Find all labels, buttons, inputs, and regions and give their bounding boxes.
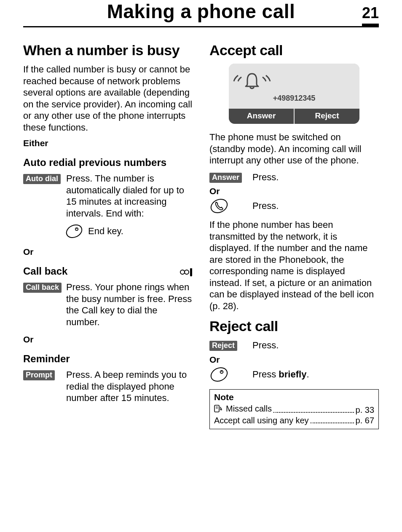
end-key-icon: [209, 365, 229, 384]
note-missed-label: Missed calls: [226, 404, 272, 414]
or-label-1: Or: [23, 247, 193, 257]
heading-auto-redial: Auto redial previous numbers: [23, 157, 193, 168]
reject-press-text: Press.: [252, 340, 379, 351]
page-header: Making a phone call 21: [23, 0, 379, 27]
left-column: When a number is busy If the called numb…: [23, 36, 193, 429]
auto-dial-text: Press. The number is automatically diale…: [66, 173, 193, 219]
network-service-icon: [178, 267, 193, 277]
prompt-row: Prompt Press. A beep reminds you to redi…: [23, 369, 193, 404]
end-key-row: End key.: [23, 222, 193, 240]
note-title: Note: [214, 392, 374, 402]
call-back-heading-text: Call back: [23, 265, 67, 277]
answer-softkey[interactable]: Answer: [209, 173, 242, 183]
call-back-row: Call back Press. Your phone rings when t…: [23, 281, 193, 328]
call-key-press-text: Press.: [252, 200, 379, 212]
svg-point-7: [209, 197, 229, 215]
heading-when-busy: When a number is busy: [23, 42, 193, 59]
heading-accept-call: Accept call: [209, 42, 379, 59]
heading-reject-call: Reject call: [209, 318, 379, 334]
call-back-text: Press. Your phone rings when the busy nu…: [66, 281, 193, 328]
right-column: Accept call +498912345 Answer R: [209, 36, 379, 429]
accept-detail-text: If the phone number has been transmitted…: [209, 219, 379, 312]
call-back-softkey[interactable]: Call back: [23, 283, 62, 293]
bell-ringing-icon: [229, 71, 359, 91]
accept-intro-text: The phone must be switched on (standby m…: [209, 131, 379, 166]
note-anykey-page: p. 67: [356, 416, 374, 425]
svg-point-0: [65, 222, 83, 240]
svg-rect-11: [214, 405, 219, 412]
content-columns: When a number is busy If the called numb…: [23, 36, 379, 429]
note-anykey-label: Accept call using any key: [214, 416, 309, 425]
svg-point-6: [190, 275, 192, 277]
prompt-text: Press. A beep reminds you to redial the …: [66, 369, 193, 404]
answer-row: Answer Press.: [209, 171, 379, 183]
screen-reject-softkey[interactable]: Reject: [294, 109, 359, 124]
note-missed-calls: Missed calls p. 33: [214, 404, 374, 415]
missed-calls-icon: [214, 404, 223, 413]
note-box: Note Missed calls p. 33: [209, 389, 379, 430]
end-key-icon: [65, 222, 83, 240]
call-key-icon: [209, 196, 229, 216]
auto-dial-row: Auto dial Press. The number is automatic…: [23, 173, 193, 219]
heading-call-back: Call back: [23, 265, 193, 277]
heading-reminder: Reminder: [23, 353, 193, 365]
incoming-number: +498912345: [229, 94, 359, 103]
leader-dots: [311, 415, 354, 423]
svg-point-3: [180, 270, 185, 274]
press-briefly: briefly: [279, 369, 306, 380]
phone-screen-top: +498912345: [229, 64, 359, 109]
call-key-row: Press.: [209, 196, 379, 216]
leader-dots: [273, 404, 354, 413]
or-label-2: Or: [23, 334, 193, 345]
press-pre: Press: [252, 369, 279, 380]
auto-dial-softkey[interactable]: Auto dial: [23, 174, 61, 184]
page-title: Making a phone call: [107, 0, 295, 23]
phone-screen-mock: +498912345 Answer Reject: [229, 64, 359, 124]
svg-point-4: [185, 270, 189, 274]
answer-press-text: Press.: [252, 171, 379, 183]
end-key-press-text: Press briefly.: [252, 369, 379, 380]
end-key-label: End key.: [88, 226, 123, 237]
note-any-key: Accept call using any key p. 67: [214, 415, 374, 425]
screen-answer-softkey[interactable]: Answer: [229, 109, 294, 124]
or-label-r2: Or: [209, 355, 379, 365]
busy-intro-text: If the called number is busy or cannot b…: [23, 64, 193, 133]
phone-softkey-bar: Answer Reject: [229, 109, 359, 124]
page-number: 21: [362, 4, 379, 27]
either-label: Either: [23, 138, 193, 148]
press-post: .: [306, 369, 309, 380]
prompt-softkey[interactable]: Prompt: [23, 370, 55, 380]
note-missed-page: p. 33: [356, 405, 374, 415]
end-key-reject-row: Press briefly.: [209, 365, 379, 384]
reject-row: Reject Press.: [209, 340, 379, 351]
or-label-r1: Or: [209, 186, 379, 196]
svg-point-8: [209, 365, 229, 383]
reject-softkey[interactable]: Reject: [209, 341, 237, 351]
